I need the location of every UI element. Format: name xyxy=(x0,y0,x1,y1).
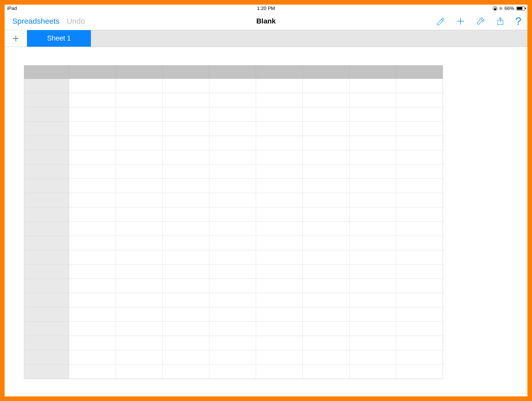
cell[interactable] xyxy=(349,336,396,350)
cell[interactable] xyxy=(256,179,303,193)
row-header[interactable] xyxy=(24,265,69,279)
cell[interactable] xyxy=(303,365,349,379)
cell[interactable] xyxy=(69,322,116,336)
cell[interactable] xyxy=(349,207,396,222)
cell[interactable] xyxy=(209,307,256,322)
cell[interactable] xyxy=(69,365,116,379)
cell[interactable] xyxy=(69,350,116,365)
row-header[interactable] xyxy=(24,107,69,122)
cell[interactable] xyxy=(116,365,163,379)
cell[interactable] xyxy=(349,222,396,236)
cell[interactable] xyxy=(396,107,443,122)
cell[interactable] xyxy=(69,107,116,122)
spreadsheet-canvas[interactable] xyxy=(5,47,527,396)
cell[interactable] xyxy=(256,93,303,107)
cell[interactable] xyxy=(163,93,209,107)
cell[interactable] xyxy=(349,350,396,365)
format-paintbrush-icon[interactable] xyxy=(436,16,445,26)
add-sheet-button[interactable] xyxy=(5,30,27,47)
cell[interactable] xyxy=(209,293,256,307)
cell[interactable] xyxy=(163,350,209,365)
cell[interactable] xyxy=(163,250,209,265)
cell[interactable] xyxy=(303,307,349,322)
column-header[interactable] xyxy=(116,66,163,79)
cell[interactable] xyxy=(256,322,303,336)
tools-wrench-icon[interactable] xyxy=(476,16,485,26)
cell[interactable] xyxy=(303,193,349,207)
cell[interactable] xyxy=(303,79,349,93)
cell[interactable] xyxy=(209,250,256,265)
cell[interactable] xyxy=(163,365,209,379)
cell[interactable] xyxy=(69,279,116,293)
cell[interactable] xyxy=(396,265,443,279)
cell[interactable] xyxy=(209,350,256,365)
cell[interactable] xyxy=(116,222,163,236)
cell[interactable] xyxy=(116,79,163,93)
cell[interactable] xyxy=(303,279,349,293)
cell[interactable] xyxy=(303,350,349,365)
cell[interactable] xyxy=(209,179,256,193)
cell[interactable] xyxy=(349,236,396,250)
cell[interactable] xyxy=(69,179,116,193)
undo-button[interactable]: Undo xyxy=(67,17,85,26)
cell[interactable] xyxy=(209,222,256,236)
cell[interactable] xyxy=(209,265,256,279)
cell[interactable] xyxy=(256,222,303,236)
row-header[interactable] xyxy=(24,350,69,365)
cell[interactable] xyxy=(256,365,303,379)
cell[interactable] xyxy=(396,79,443,93)
cell[interactable] xyxy=(396,193,443,207)
cell[interactable] xyxy=(116,350,163,365)
column-header[interactable] xyxy=(209,66,256,79)
cell[interactable] xyxy=(303,93,349,107)
row-header[interactable] xyxy=(24,322,69,336)
cell[interactable] xyxy=(209,107,256,122)
cell[interactable] xyxy=(256,107,303,122)
cell[interactable] xyxy=(396,122,443,136)
cell[interactable] xyxy=(256,265,303,279)
cell[interactable] xyxy=(163,165,209,179)
row-header[interactable] xyxy=(24,365,69,379)
cell[interactable] xyxy=(69,265,116,279)
row-header[interactable] xyxy=(24,307,69,322)
cell[interactable] xyxy=(396,322,443,336)
cell[interactable] xyxy=(349,365,396,379)
cell[interactable] xyxy=(163,79,209,93)
cell[interactable] xyxy=(396,136,443,150)
cell[interactable] xyxy=(303,107,349,122)
row-header[interactable] xyxy=(24,222,69,236)
cell[interactable] xyxy=(209,236,256,250)
cell[interactable] xyxy=(163,236,209,250)
cell[interactable] xyxy=(116,165,163,179)
cell[interactable] xyxy=(116,193,163,207)
cell[interactable] xyxy=(209,193,256,207)
column-header[interactable] xyxy=(69,66,116,79)
cell[interactable] xyxy=(163,193,209,207)
cell[interactable] xyxy=(349,250,396,265)
cell[interactable] xyxy=(303,322,349,336)
cell[interactable] xyxy=(163,207,209,222)
cell[interactable] xyxy=(69,250,116,265)
cell[interactable] xyxy=(349,279,396,293)
cell[interactable] xyxy=(163,307,209,322)
cell[interactable] xyxy=(209,336,256,350)
cell[interactable] xyxy=(396,336,443,350)
cell[interactable] xyxy=(349,179,396,193)
row-header[interactable] xyxy=(24,336,69,350)
cell[interactable] xyxy=(116,293,163,307)
row-header[interactable] xyxy=(24,150,69,165)
cell[interactable] xyxy=(209,122,256,136)
cell[interactable] xyxy=(256,307,303,322)
cell[interactable] xyxy=(209,79,256,93)
cell[interactable] xyxy=(116,122,163,136)
cell[interactable] xyxy=(256,136,303,150)
cell[interactable] xyxy=(116,279,163,293)
column-header[interactable] xyxy=(396,66,443,79)
cell[interactable] xyxy=(396,150,443,165)
cell[interactable] xyxy=(163,179,209,193)
cell[interactable] xyxy=(69,136,116,150)
cell[interactable] xyxy=(256,207,303,222)
cell[interactable] xyxy=(69,336,116,350)
cell[interactable] xyxy=(256,293,303,307)
cell[interactable] xyxy=(256,150,303,165)
